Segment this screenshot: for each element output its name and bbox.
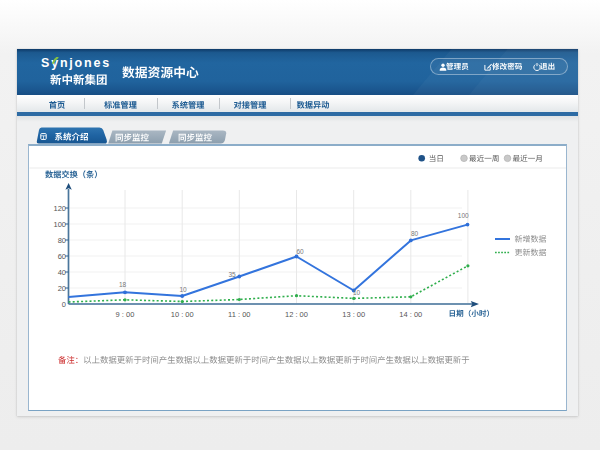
svg-text:120: 120 (53, 204, 66, 213)
svg-text:60: 60 (296, 248, 304, 255)
svg-text:10 : 00: 10 : 00 (171, 310, 194, 319)
svg-text:20: 20 (58, 284, 66, 293)
svg-text:18: 18 (119, 281, 127, 288)
svg-text:80: 80 (58, 236, 66, 245)
svg-text:0: 0 (62, 300, 66, 309)
svg-text:60: 60 (58, 252, 66, 261)
svg-text:10: 10 (353, 289, 361, 296)
svg-text:14 : 00: 14 : 00 (399, 310, 422, 319)
svg-text:40: 40 (58, 268, 66, 277)
svg-text:35: 35 (228, 271, 236, 278)
svg-text:12 : 00: 12 : 00 (285, 310, 308, 319)
svg-text:11 : 00: 11 : 00 (228, 310, 250, 319)
svg-text:9 : 00: 9 : 00 (116, 310, 135, 319)
svg-text:13 : 00: 13 : 00 (342, 310, 365, 319)
svg-text:80: 80 (411, 230, 419, 237)
svg-text:100: 100 (458, 212, 469, 219)
svg-text:10: 10 (179, 286, 187, 293)
svg-text:100: 100 (53, 220, 66, 229)
